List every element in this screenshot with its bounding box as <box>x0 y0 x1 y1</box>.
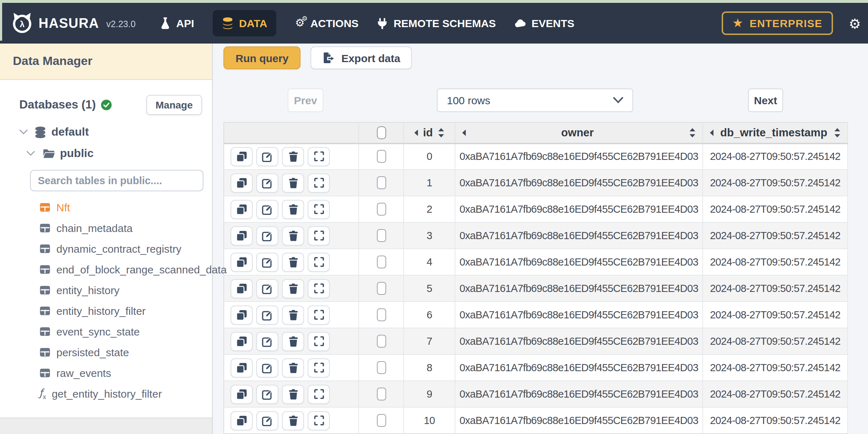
cell-id: 7 <box>404 328 455 354</box>
expand-row-button[interactable] <box>308 226 330 245</box>
copy-row-button[interactable] <box>231 200 253 219</box>
nav-item-remote-schemas[interactable]: REMOTE SCHEMAS <box>377 17 496 29</box>
prev-page-button[interactable]: Prev <box>288 89 323 112</box>
delete-row-button[interactable] <box>282 173 304 192</box>
delete-row-button[interactable] <box>282 147 304 166</box>
expand-row-button[interactable] <box>308 279 330 298</box>
run-query-button[interactable]: Run query <box>223 46 301 69</box>
row-checkbox[interactable] <box>377 388 386 400</box>
sidebar-table-item[interactable]: persisted_state <box>0 342 212 363</box>
copy-row-button[interactable] <box>231 279 253 298</box>
column-header-db-write-timestamp[interactable]: db_write_timestamp <box>703 122 848 143</box>
edit-row-button[interactable] <box>256 173 278 192</box>
star-icon: ★ <box>732 17 743 29</box>
copy-row-button[interactable] <box>231 305 253 324</box>
row-checkbox[interactable] <box>377 308 386 321</box>
tree-item-label: default <box>51 126 89 138</box>
table-icon <box>39 368 51 378</box>
row-checkbox[interactable] <box>377 282 386 295</box>
edit-row-button[interactable] <box>256 384 278 404</box>
enterprise-button[interactable]: ★ ENTERPRISE <box>722 11 833 35</box>
edit-row-button[interactable] <box>256 252 278 272</box>
sidebar-table-item[interactable]: chain_metadata <box>0 218 212 238</box>
manage-button[interactable]: Manage <box>146 95 202 115</box>
delete-row-button[interactable] <box>282 332 304 351</box>
expand-row-button[interactable] <box>308 332 330 351</box>
nav-item-data[interactable]: DATA <box>213 10 277 36</box>
sidebar-table-item[interactable]: entity_history <box>0 280 212 301</box>
nav-item-events[interactable]: EVENTS <box>514 17 574 29</box>
expand-row-button[interactable] <box>308 411 330 430</box>
copy-row-button[interactable] <box>231 226 253 245</box>
cell-db-write-timestamp: 2024-08-27T09:50:57.245142 <box>703 354 848 381</box>
tree-item-schema-public[interactable]: public <box>0 143 212 164</box>
export-data-button[interactable]: Export data <box>311 46 412 69</box>
copy-row-button[interactable] <box>231 332 253 351</box>
row-checkbox[interactable] <box>377 176 386 189</box>
copy-row-button[interactable] <box>231 173 253 192</box>
edit-row-button[interactable] <box>256 332 278 351</box>
expand-row-button[interactable] <box>308 305 330 324</box>
sidebar-table-item[interactable]: event_sync_state <box>0 321 212 342</box>
folder-open-icon <box>43 148 55 158</box>
table-icon <box>39 327 51 336</box>
copy-row-button[interactable] <box>231 411 253 430</box>
row-checkbox[interactable] <box>377 414 386 427</box>
sidebar-table-item[interactable]: raw_events <box>0 363 212 383</box>
edit-row-button[interactable] <box>256 305 278 324</box>
edit-row-button[interactable] <box>256 411 278 430</box>
copy-row-button[interactable] <box>231 358 253 377</box>
column-header-owner[interactable]: owner <box>455 122 703 143</box>
chevron-down-icon[interactable] <box>26 151 35 156</box>
sidebar-table-item[interactable]: dynamic_contract_registry <box>0 238 212 259</box>
delete-row-button[interactable] <box>282 226 304 245</box>
nav-item-api[interactable]: API <box>160 17 194 29</box>
chevron-down-icon[interactable] <box>19 129 28 135</box>
row-checkbox[interactable] <box>377 361 386 374</box>
delete-row-button[interactable] <box>282 279 304 298</box>
sidebar-table-item[interactable]: ƒxget_entity_history_filter <box>0 383 212 404</box>
row-checkbox[interactable] <box>377 150 386 163</box>
row-checkbox[interactable] <box>377 256 386 268</box>
delete-row-button[interactable] <box>282 252 304 272</box>
next-page-button[interactable]: Next <box>748 89 783 112</box>
expand-icon <box>314 363 324 373</box>
row-select-cell <box>359 328 404 354</box>
row-checkbox[interactable] <box>377 229 386 242</box>
edit-row-button[interactable] <box>256 358 278 377</box>
delete-row-button[interactable] <box>282 411 304 430</box>
select-all-checkbox[interactable] <box>377 126 386 139</box>
edit-row-button[interactable] <box>256 200 278 219</box>
edit-row-button[interactable] <box>256 279 278 298</box>
cell-id: 5 <box>404 275 455 302</box>
settings-gear-icon[interactable]: ⚙ <box>849 15 861 31</box>
delete-row-button[interactable] <box>282 200 304 219</box>
expand-row-button[interactable] <box>308 384 330 404</box>
expand-row-button[interactable] <box>308 252 330 272</box>
copy-row-button[interactable] <box>231 252 253 272</box>
tree-item-database-default[interactable]: default <box>0 121 212 143</box>
hasura-brand[interactable]: λ HASURA v2.23.0 <box>11 12 136 34</box>
expand-row-button[interactable] <box>308 358 330 377</box>
search-tables-input[interactable] <box>30 170 203 191</box>
cell-owner: 0xaBA7161A7fb69c88e16ED9f455CE62B791EE4D… <box>455 249 703 275</box>
edit-row-button[interactable] <box>256 147 278 166</box>
column-header-id[interactable]: id <box>404 122 455 143</box>
sidebar-table-item[interactable]: entity_history_filter <box>0 301 212 321</box>
nav-item-actions[interactable]: ⚙⚙ ACTIONS <box>295 17 359 29</box>
expand-row-button[interactable] <box>308 173 330 192</box>
sidebar-table-item[interactable]: Nft <box>0 197 212 218</box>
copy-row-button[interactable] <box>231 147 253 166</box>
delete-row-button[interactable] <box>282 305 304 324</box>
delete-row-button[interactable] <box>282 384 304 404</box>
table-icon <box>39 244 51 253</box>
rows-per-page-select[interactable]: 100 rows <box>437 89 633 112</box>
row-checkbox[interactable] <box>377 203 386 216</box>
expand-row-button[interactable] <box>308 200 330 219</box>
row-checkbox[interactable] <box>377 335 386 348</box>
expand-row-button[interactable] <box>308 147 330 166</box>
copy-row-button[interactable] <box>231 384 253 404</box>
sidebar-table-item[interactable]: end_of_block_range_scanned_data <box>0 259 212 280</box>
edit-row-button[interactable] <box>256 226 278 245</box>
delete-row-button[interactable] <box>282 358 304 377</box>
